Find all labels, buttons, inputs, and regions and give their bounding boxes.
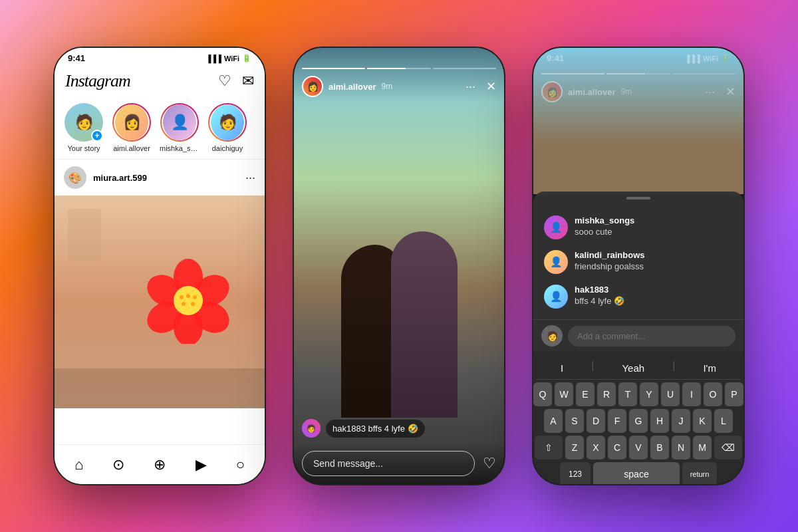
key-e[interactable]: E (576, 382, 595, 406)
story-screen: 👩 aimi.allover 9m ··· ✕ 🧑 hak1883 bffs 4… (294, 48, 504, 484)
story-label-3: daichiguy (207, 144, 247, 152)
key-c[interactable]: C (608, 436, 626, 460)
key-o[interactable]: O (704, 382, 722, 406)
key-l[interactable]: L (714, 409, 733, 433)
key-z[interactable]: Z (565, 436, 584, 460)
story-item-3[interactable]: 🧑 daichiguy (207, 103, 247, 152)
story-ring-3: 🧑 (208, 103, 247, 142)
key-i[interactable]: I (682, 382, 701, 406)
story-ring-2: 👤 (160, 103, 199, 142)
nav-reels-button[interactable]: ▶ (190, 451, 212, 479)
key-n[interactable]: N (672, 436, 690, 460)
key-g[interactable]: G (629, 409, 648, 433)
flower-decoration (145, 257, 231, 346)
key-k[interactable]: K (693, 409, 712, 433)
svg-point-11 (191, 302, 195, 306)
key-y[interactable]: Y (640, 382, 658, 406)
story-user-row: 👩 aimi.allover 9m ··· ✕ (302, 76, 496, 97)
story-item-2[interactable]: 👤 mishka_songs (160, 103, 200, 152)
flower-svg (145, 257, 231, 344)
story-progress-bars (302, 68, 496, 69)
post-username: miura.art.599 (93, 173, 147, 183)
commenter-avatar-2: 👤 (544, 285, 568, 309)
bottom-nav: ⌂ ⊙ ⊕ ▶ ○ (55, 444, 265, 484)
story-people (294, 231, 504, 418)
comment-list: 👤 mishka_songs sooo cute 👤 kalindi_rainb… (533, 205, 743, 319)
story-send-message-field[interactable]: Send message... (302, 451, 475, 476)
feed-post: 🎨 miura.art.599 ··· (55, 160, 265, 196)
story-viewer-avatar: 👩 (302, 76, 323, 97)
key-space[interactable]: space (593, 462, 680, 484)
story-avatar-1: 👩 (112, 103, 151, 142)
key-q[interactable]: Q (533, 382, 552, 406)
key-j[interactable]: J (672, 409, 690, 433)
commenter-name-1: kalindi_rainbows (575, 250, 733, 260)
key-t[interactable]: T (618, 382, 637, 406)
story-send-row: Send message... ♡ (302, 451, 496, 476)
comment-input[interactable] (568, 326, 735, 346)
key-b[interactable]: B (650, 436, 669, 460)
key-u[interactable]: U (661, 382, 680, 406)
room-element (68, 209, 101, 262)
key-d[interactable]: D (587, 409, 605, 433)
person-2 (391, 231, 458, 418)
add-story-button[interactable]: + (91, 130, 103, 142)
battery-icon: 🔋 (242, 54, 251, 63)
key-delete[interactable]: ⌫ (714, 436, 742, 460)
keyboard-row-4: 123 space return (537, 462, 739, 484)
story-like-button[interactable]: ♡ (483, 455, 496, 472)
svg-point-7 (180, 295, 184, 299)
comment-content-2: hak1883 bffs 4 lyfe 🤣 (575, 285, 733, 306)
key-h[interactable]: H (650, 409, 669, 433)
comments-handle (626, 197, 650, 200)
key-shift[interactable]: ⇧ (535, 436, 563, 460)
key-x[interactable]: X (587, 436, 605, 460)
suggestion-1[interactable]: Yeah (616, 360, 650, 376)
story-viewer-time: 9m (382, 82, 393, 91)
key-r[interactable]: R (597, 382, 616, 406)
story-keyboard-screen: 9:41 ▐▐▐ WiFi 🔋 👩 aimi.allover (533, 48, 743, 484)
key-w[interactable]: W (555, 382, 573, 406)
svg-point-6 (174, 286, 203, 315)
key-v[interactable]: V (629, 436, 648, 460)
comment-content-0: mishka_songs sooo cute (575, 215, 733, 237)
messenger-icon[interactable]: ✉ (242, 72, 254, 90)
story-close-button[interactable]: ✕ (486, 79, 496, 94)
story-commenter-name: hak1883 (332, 424, 366, 434)
suggestion-0[interactable]: I (555, 360, 569, 376)
key-m[interactable]: M (693, 436, 712, 460)
story-ring-1: 👩 (112, 103, 151, 142)
story-comment-bubble: 🧑 hak1883 bffs 4 lyfe 🤣 (302, 419, 425, 438)
your-story-item[interactable]: 🧑 + Your story (64, 103, 104, 152)
post-more-button[interactable]: ··· (245, 171, 255, 185)
phone-3-keyboard: 9:41 ▐▐▐ WiFi 🔋 👩 aimi.allover (532, 47, 745, 485)
key-p[interactable]: P (725, 382, 743, 406)
commenter-avatar-1: 👤 (544, 250, 568, 274)
post-user: 🎨 miura.art.599 (64, 166, 147, 189)
commenter-name-0: mishka_songs (575, 215, 733, 225)
wifi-icon: WiFi (224, 55, 239, 63)
story-top-bar: 👩 aimi.allover 9m ··· ✕ (294, 48, 504, 102)
key-return[interactable]: return (682, 462, 717, 484)
key-123[interactable]: 123 (560, 462, 591, 484)
story-viewer-username: aimi.allover (329, 82, 376, 92)
status-bar-1: 9:41 ▐▐▐ WiFi 🔋 (55, 48, 265, 66)
suggestion-2[interactable]: I'm (698, 360, 722, 376)
nav-profile-button[interactable]: ○ (231, 451, 250, 479)
svg-point-10 (182, 302, 186, 306)
heart-icon[interactable]: ♡ (218, 72, 231, 90)
commenter-name-2: hak1883 (575, 285, 733, 295)
story-more-button[interactable]: ··· (466, 80, 475, 94)
nav-search-button[interactable]: ⊙ (107, 451, 130, 479)
key-f[interactable]: F (608, 409, 626, 433)
keyboard-row-3: ⇧ Z X C V B N M ⌫ (537, 436, 739, 460)
story-item-1[interactable]: 👩 aimi.allover (112, 103, 152, 152)
nav-home-button[interactable]: ⌂ (69, 451, 88, 479)
stories-row: 🧑 + Your story 👩 aimi.allover 👤 (55, 96, 265, 160)
key-s[interactable]: S (565, 409, 584, 433)
nav-add-button[interactable]: ⊕ (148, 451, 171, 479)
story-preview-top: 9:41 ▐▐▐ WiFi 🔋 👩 aimi.allover (533, 48, 743, 194)
phone-1-feed: 9:41 ▐▐▐ WiFi 🔋 Instagram ♡ ✉ 🧑 + Your s… (53, 47, 266, 485)
key-a[interactable]: A (544, 409, 563, 433)
ig-logo: Instagram (65, 71, 130, 91)
